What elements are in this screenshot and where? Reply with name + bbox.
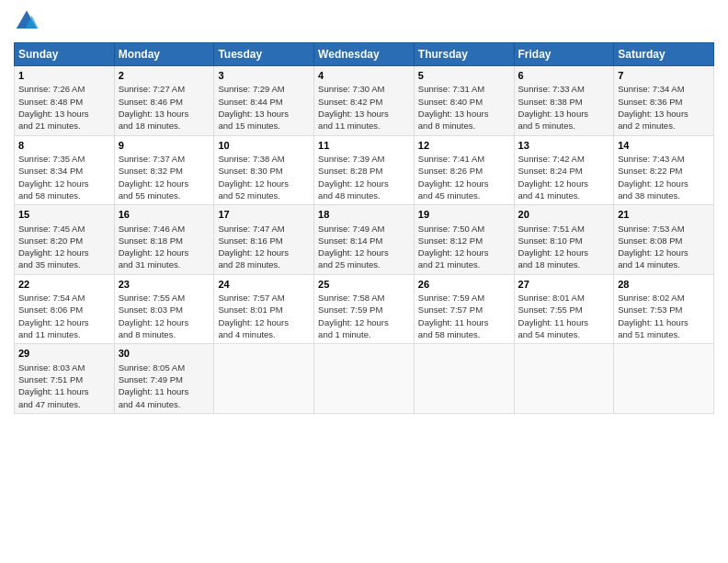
day-info: and 11 minutes. [18,328,110,340]
day-info: Sunset: 7:53 PM [618,304,710,316]
day-cell: 21Sunrise: 7:53 AMSunset: 8:08 PMDayligh… [614,205,714,275]
day-cell: 27Sunrise: 8:01 AMSunset: 7:55 PMDayligh… [514,274,614,344]
day-cell: 11Sunrise: 7:39 AMSunset: 8:28 PMDayligh… [314,135,415,205]
day-cell: 29Sunrise: 8:03 AMSunset: 7:51 PMDayligh… [15,344,115,414]
day-cell [314,344,415,414]
day-info: Sunset: 8:08 PM [618,235,710,247]
day-info: and 25 minutes. [318,259,410,270]
day-cell: 16Sunrise: 7:46 AMSunset: 8:18 PMDayligh… [114,205,214,275]
day-cell [514,344,614,414]
day-info: and 18 minutes. [518,259,610,270]
day-cell [214,344,314,414]
day-cell: 18Sunrise: 7:49 AMSunset: 8:14 PMDayligh… [314,205,415,275]
day-number: 23 [119,278,210,292]
day-info: and 48 minutes. [318,190,410,201]
day-info: Daylight: 12 hours [318,247,410,259]
day-number: 27 [518,278,610,292]
day-number: 15 [18,208,110,222]
day-info: Daylight: 11 hours [518,316,610,328]
day-info: Sunrise: 7:49 AM [318,223,410,235]
day-info: Sunrise: 7:34 AM [618,83,710,95]
day-cell: 4Sunrise: 7:30 AMSunset: 8:42 PMDaylight… [314,66,415,136]
day-info: Daylight: 12 hours [18,247,110,259]
day-info: Sunset: 8:18 PM [119,235,210,247]
day-info: Sunrise: 7:39 AM [318,153,410,165]
day-info: Daylight: 12 hours [119,178,210,190]
day-info: Sunrise: 7:50 AM [418,223,510,235]
day-cell: 12Sunrise: 7:41 AMSunset: 8:26 PMDayligh… [414,135,514,205]
day-info: Sunset: 8:06 PM [18,304,110,316]
day-number: 20 [518,208,610,222]
col-header-monday: Monday [114,43,214,66]
day-info: Sunset: 7:57 PM [418,304,510,316]
day-info: Daylight: 13 hours [18,108,110,120]
day-info: Sunset: 8:38 PM [518,96,610,108]
day-info: and 44 minutes. [119,398,210,410]
day-info: Daylight: 13 hours [418,108,510,120]
day-cell: 2Sunrise: 7:27 AMSunset: 8:46 PMDaylight… [114,66,214,136]
day-info: and 58 minutes. [418,328,510,340]
col-header-saturday: Saturday [614,43,714,66]
day-info: Daylight: 13 hours [318,108,410,120]
day-info: Sunset: 7:59 PM [318,304,410,316]
day-info: Sunrise: 7:33 AM [518,83,610,95]
day-info: Sunrise: 7:37 AM [119,153,210,165]
day-number: 4 [318,69,410,83]
day-info: Sunrise: 7:30 AM [318,83,410,95]
day-info: Sunrise: 7:57 AM [218,292,310,304]
day-info: Sunrise: 7:38 AM [218,153,310,165]
day-number: 16 [119,208,210,222]
day-number: 6 [518,69,610,83]
day-cell: 17Sunrise: 7:47 AMSunset: 8:16 PMDayligh… [214,205,314,275]
day-cell: 24Sunrise: 7:57 AMSunset: 8:01 PMDayligh… [214,274,314,344]
day-info: Daylight: 11 hours [18,385,110,397]
col-header-friday: Friday [514,43,614,66]
day-info: and 4 minutes. [218,328,310,340]
day-info: Sunrise: 7:51 AM [518,223,610,235]
col-header-tuesday: Tuesday [214,43,314,66]
day-info: and 5 minutes. [518,120,610,132]
day-info: and 58 minutes. [18,190,110,201]
day-info: Sunset: 8:30 PM [218,165,310,177]
day-cell: 23Sunrise: 7:55 AMSunset: 8:03 PMDayligh… [114,274,214,344]
day-info: Daylight: 12 hours [518,178,610,190]
day-number: 3 [218,69,310,83]
day-info: Daylight: 11 hours [618,316,710,328]
day-info: Sunset: 8:42 PM [318,96,410,108]
day-info: and 11 minutes. [318,120,410,132]
day-info: Sunset: 8:10 PM [518,235,610,247]
day-info: Daylight: 12 hours [618,178,710,190]
day-info: and 15 minutes. [218,120,310,132]
day-info: Sunrise: 7:35 AM [18,153,110,165]
day-info: Sunset: 8:36 PM [618,96,710,108]
day-info: Daylight: 12 hours [18,316,110,328]
week-row-5: 29Sunrise: 8:03 AMSunset: 7:51 PMDayligh… [15,344,714,414]
day-info: Sunrise: 7:58 AM [318,292,410,304]
day-info: Sunset: 8:01 PM [218,304,310,316]
day-info: Daylight: 12 hours [119,247,210,259]
day-info: Daylight: 12 hours [218,178,310,190]
day-cell: 8Sunrise: 7:35 AMSunset: 8:34 PMDaylight… [15,135,115,205]
day-info: Daylight: 12 hours [318,178,410,190]
day-info: Sunrise: 8:02 AM [618,292,710,304]
day-cell: 15Sunrise: 7:45 AMSunset: 8:20 PMDayligh… [15,205,115,275]
day-info: Sunset: 8:34 PM [18,165,110,177]
day-info: Sunrise: 8:05 AM [119,362,210,373]
day-cell: 22Sunrise: 7:54 AMSunset: 8:06 PMDayligh… [15,274,115,344]
day-info: Sunrise: 7:41 AM [418,153,510,165]
day-number: 24 [218,278,310,292]
day-cell: 26Sunrise: 7:59 AMSunset: 7:57 PMDayligh… [414,274,514,344]
day-number: 29 [18,347,110,361]
day-info: and 55 minutes. [119,190,210,201]
day-info: Daylight: 12 hours [618,247,710,259]
day-info: Sunset: 7:51 PM [18,373,110,385]
day-info: Daylight: 13 hours [518,108,610,120]
day-info: Daylight: 12 hours [218,247,310,259]
day-info: Sunrise: 7:46 AM [119,223,210,235]
day-info: and 14 minutes. [618,259,710,270]
day-info: Sunset: 8:28 PM [318,165,410,177]
day-info: Daylight: 12 hours [218,316,310,328]
day-info: and 31 minutes. [119,259,210,270]
day-info: Sunset: 8:48 PM [18,96,110,108]
day-number: 19 [418,208,510,222]
